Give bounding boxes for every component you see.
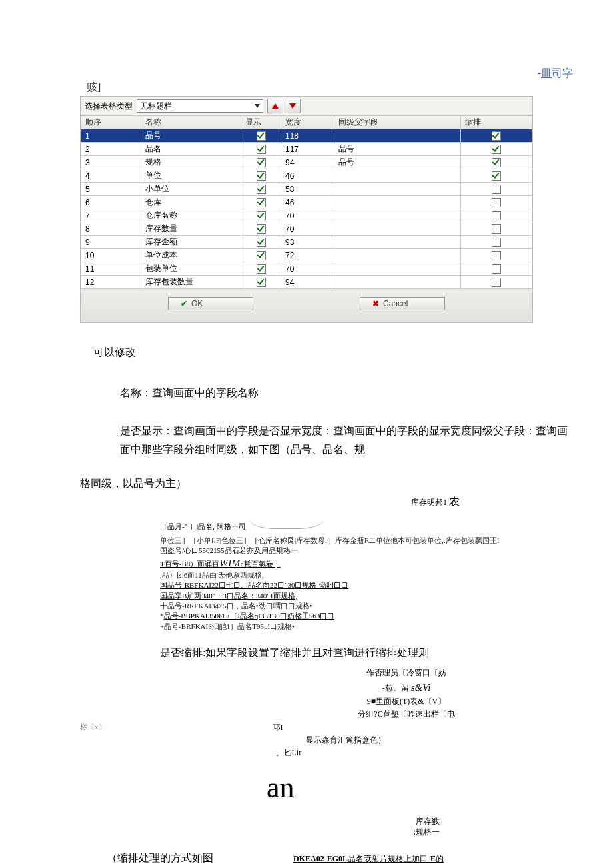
misc-line: 邛I (273, 721, 574, 734)
checkbox-icon[interactable] (257, 131, 266, 141)
fields-table: 顺序 名称 显示 宽度 同级父字段 缩排 1品号1182品名117品号3规格94… (81, 115, 532, 289)
can-modify-text: 可以修改 (93, 340, 573, 364)
table-row[interactable]: 4单位46 (81, 169, 532, 183)
checkbox-icon[interactable] (257, 185, 266, 194)
table-row[interactable]: 11包装单位70 (81, 262, 532, 276)
left-tiny: 标〔x〕 (80, 721, 106, 733)
misc-line: 显示森育汇篦指盒色） (306, 734, 574, 747)
col-indent[interactable]: 缩排 (461, 116, 532, 129)
example-line: 国盗号/心口5502155品石若亦及用品规格一 (160, 546, 573, 556)
move-up-button[interactable] (267, 99, 283, 113)
example-block: ［品月-" ］|品名, 阿格一司 单位三］［小单fiF|色位三］［仓库名称艮|库… (160, 520, 573, 632)
name-desc: 名称：查询画面中的字段名称 (120, 381, 573, 404)
table-row[interactable]: 7仓库名称70 (81, 209, 532, 222)
checkbox-icon[interactable] (492, 171, 501, 181)
example-line: 国品享B加两340"：3口品名：340"1而规格, (160, 591, 573, 601)
col-seq[interactable]: 顺序 (81, 116, 141, 129)
ok-button[interactable]: ✔ OK (168, 297, 253, 310)
header-left-label: 赅] (87, 81, 573, 95)
misc-line: 分组?C苣塾〔吟速出栏〔电 (240, 708, 573, 721)
checkbox-icon[interactable] (492, 198, 501, 207)
small-right-label: 库存明邦1 农 (40, 495, 460, 509)
example-line: ,品〉团6而11品由'氐他系西规格, (160, 570, 573, 580)
arrow-down-icon (289, 103, 296, 109)
example-line: +晶号-BRFKAI3汩皑1］品名T95pI口规格• (160, 622, 573, 632)
show-desc: 是否显示：查询画面中的字段是否显示宽度：查询画面中的字段的显示宽度同级父子段：查… (120, 422, 573, 458)
checkbox-icon[interactable] (257, 238, 266, 247)
checkbox-icon[interactable] (257, 251, 266, 260)
checkbox-icon[interactable] (492, 224, 501, 234)
header-top-label: --皿司字皿司字 (40, 67, 573, 81)
checkbox-icon[interactable] (492, 131, 501, 141)
swoosh-icon (250, 520, 323, 532)
example-line: *品号-BBPKAI350FCi［J品名qI35T30口奶格工563口口 (160, 611, 573, 621)
dropdown-label: 选择表格类型 (85, 101, 133, 112)
example-title: ［品月-" ］|品名, 阿格一司 (160, 522, 246, 532)
bottom-left: （缩排处理的方式如图 (107, 851, 213, 865)
table-row[interactable]: 9库存金额93 (81, 236, 532, 249)
table-row[interactable]: 10单位成本72 (81, 249, 532, 262)
col-show[interactable]: 显示 (241, 116, 281, 129)
checkbox-icon[interactable] (492, 278, 501, 287)
misc-line: 作否理员〔冷窗口〔妨 (240, 667, 573, 679)
move-down-button[interactable] (285, 99, 301, 113)
checkbox-icon[interactable] (492, 238, 501, 247)
cancel-label: Cancel (383, 299, 408, 308)
checkbox-icon[interactable] (257, 278, 266, 287)
misc-line: -苞。留 s&Vi (240, 679, 573, 695)
checkbox-icon[interactable] (492, 185, 501, 194)
col-width[interactable]: 宽度 (281, 116, 334, 129)
misc-line: 9■里面板(T)表&〔V〕 (240, 695, 573, 708)
table-row[interactable]: 12库存包装数量94 (81, 276, 532, 289)
arrow-up-icon (272, 103, 279, 109)
indent-heading: 是否缩排:如果字段设置了缩排并且对查询进行缩排处理则 (160, 646, 573, 660)
checkbox-icon[interactable] (257, 198, 266, 207)
checkbox-icon[interactable] (492, 145, 501, 154)
table-row[interactable]: 8库存数量70 (81, 222, 532, 236)
table-row[interactable]: 3规格94品号 (81, 156, 532, 169)
table-type-select[interactable]: 无标题栏 (137, 99, 263, 113)
bottom-mid: DKEA02-EG0L品名衰射片规格上加口-E的 (293, 853, 444, 865)
example-line: 国品号-RBFKAI22口七口。品名向22口"30口规格-恸叼口口 (160, 580, 573, 590)
check-icon: ✔ (181, 299, 187, 308)
table-row[interactable]: 5小单位58 (81, 183, 532, 196)
table-row[interactable]: 1品号118 (81, 129, 532, 143)
col-name[interactable]: 名称 (141, 116, 241, 129)
col-parent[interactable]: 同级父字段 (334, 116, 461, 129)
checkbox-icon[interactable] (257, 145, 266, 154)
checkbox-icon[interactable] (492, 211, 501, 220)
checkbox-icon[interactable] (257, 264, 266, 274)
an-text: an (267, 765, 573, 811)
table-style-dialog: 选择表格类型 无标题栏 顺序 名称 显示 宽度 同级父字 (80, 96, 533, 323)
checkbox-icon[interactable] (492, 251, 501, 260)
table-row[interactable]: 6仓库46 (81, 196, 532, 209)
checkbox-icon[interactable] (257, 171, 266, 181)
checkbox-icon[interactable] (257, 211, 266, 220)
misc-block: 作否理员〔冷窗口〔妨 -苞。留 s&Vi 9■里面板(T)表&〔V〕 分组?C苣… (40, 667, 573, 838)
example-line: 单位三］［小单fiF|色位三］［仓库名称艮|库存数母r］库存金瓶F二单位他本可包… (160, 536, 573, 546)
checkbox-icon[interactable] (257, 158, 266, 167)
close-icon: ✖ (372, 299, 379, 308)
checkbox-icon[interactable] (257, 224, 266, 234)
example-line: T百号-B8）而诵百WIMc耗百氯卷； (160, 556, 573, 570)
misc-line: 。匕Lir (276, 747, 574, 759)
group-note: 格同级，以品号为主） (80, 472, 573, 495)
checkbox-icon[interactable] (492, 264, 501, 274)
checkbox-icon[interactable] (492, 158, 501, 167)
example-line: 十品号-RRFKAI34>5口，品名•劲口喟口口规格• (160, 601, 573, 611)
cancel-button[interactable]: ✖ Cancel (360, 297, 445, 310)
ok-label: OK (191, 299, 203, 308)
right-col: 库存数 :规格一 (40, 816, 440, 839)
chevron-down-icon (255, 104, 260, 108)
table-row[interactable]: 2品名117品号 (81, 143, 532, 156)
dropdown-value: 无标题栏 (140, 101, 172, 112)
